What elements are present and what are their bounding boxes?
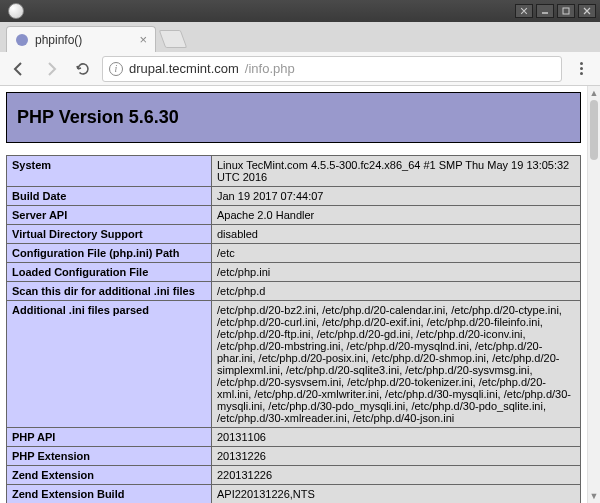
browser-menu-button[interactable]: [568, 56, 594, 82]
php-version-header: PHP Version 5.6.30: [6, 92, 581, 143]
info-value: /etc: [212, 244, 581, 263]
page-viewport: PHP Version 5.6.30 SystemLinux TecMint.c…: [0, 86, 600, 503]
info-key: Server API: [7, 206, 212, 225]
svg-point-1: [16, 34, 28, 46]
reload-button[interactable]: [70, 56, 96, 82]
app-icon: [8, 3, 24, 19]
page-title: PHP Version 5.6.30: [17, 107, 570, 128]
info-value: /etc/php.ini: [212, 263, 581, 282]
close-window-button[interactable]: [578, 4, 596, 18]
info-value: disabled: [212, 225, 581, 244]
info-key: Scan this dir for additional .ini files: [7, 282, 212, 301]
info-key: System: [7, 156, 212, 187]
info-value: /etc/php.d: [212, 282, 581, 301]
window-menu-button[interactable]: [515, 4, 533, 18]
close-tab-icon[interactable]: ×: [139, 32, 147, 47]
address-bar[interactable]: i drupal.tecmint.com/info.php: [102, 56, 562, 82]
info-key: Additional .ini files parsed: [7, 301, 212, 428]
info-value: API220131226,NTS: [212, 485, 581, 504]
info-value: Linux TecMint.com 4.5.5-300.fc24.x86_64 …: [212, 156, 581, 187]
info-key: Zend Extension: [7, 466, 212, 485]
browser-tab[interactable]: phpinfo() ×: [6, 26, 156, 52]
maximize-button[interactable]: [557, 4, 575, 18]
tab-title: phpinfo(): [35, 33, 133, 47]
table-row: Configuration File (php.ini) Path/etc: [7, 244, 581, 263]
info-key: Loaded Configuration File: [7, 263, 212, 282]
scroll-down-arrow-icon[interactable]: ▼: [588, 489, 600, 503]
site-info-icon[interactable]: i: [109, 62, 123, 76]
scroll-thumb[interactable]: [590, 100, 598, 160]
table-row: SystemLinux TecMint.com 4.5.5-300.fc24.x…: [7, 156, 581, 187]
window-titlebar: [0, 0, 600, 22]
table-row: Zend Extension220131226: [7, 466, 581, 485]
phpinfo-table: SystemLinux TecMint.com 4.5.5-300.fc24.x…: [6, 155, 581, 503]
table-row: Loaded Configuration File/etc/php.ini: [7, 263, 581, 282]
info-value: Jan 19 2017 07:44:07: [212, 187, 581, 206]
new-tab-button[interactable]: [159, 30, 188, 48]
info-value: Apache 2.0 Handler: [212, 206, 581, 225]
info-key: PHP API: [7, 428, 212, 447]
browser-toolbar: i drupal.tecmint.com/info.php: [0, 52, 600, 86]
table-row: Scan this dir for additional .ini files/…: [7, 282, 581, 301]
url-host: drupal.tecmint.com: [129, 61, 239, 76]
info-value: /etc/php.d/20-bz2.ini, /etc/php.d/20-cal…: [212, 301, 581, 428]
table-row: Build DateJan 19 2017 07:44:07: [7, 187, 581, 206]
info-value: 20131106: [212, 428, 581, 447]
info-key: Configuration File (php.ini) Path: [7, 244, 212, 263]
svg-rect-0: [563, 8, 569, 14]
table-row: Virtual Directory Supportdisabled: [7, 225, 581, 244]
forward-button[interactable]: [38, 56, 64, 82]
table-row: Zend Extension BuildAPI220131226,NTS: [7, 485, 581, 504]
minimize-button[interactable]: [536, 4, 554, 18]
info-key: Build Date: [7, 187, 212, 206]
info-value: 20131226: [212, 447, 581, 466]
url-path: /info.php: [245, 61, 295, 76]
back-button[interactable]: [6, 56, 32, 82]
scroll-track[interactable]: [588, 100, 600, 489]
table-row: Additional .ini files parsed/etc/php.d/2…: [7, 301, 581, 428]
scroll-up-arrow-icon[interactable]: ▲: [588, 86, 600, 100]
table-row: Server APIApache 2.0 Handler: [7, 206, 581, 225]
table-row: PHP API20131106: [7, 428, 581, 447]
tab-strip: phpinfo() ×: [0, 22, 600, 52]
table-row: PHP Extension20131226: [7, 447, 581, 466]
favicon-icon: [15, 33, 29, 47]
info-key: PHP Extension: [7, 447, 212, 466]
vertical-scrollbar[interactable]: ▲ ▼: [587, 86, 600, 503]
info-key: Zend Extension Build: [7, 485, 212, 504]
phpinfo-page: PHP Version 5.6.30 SystemLinux TecMint.c…: [0, 86, 587, 503]
info-value: 220131226: [212, 466, 581, 485]
info-key: Virtual Directory Support: [7, 225, 212, 244]
